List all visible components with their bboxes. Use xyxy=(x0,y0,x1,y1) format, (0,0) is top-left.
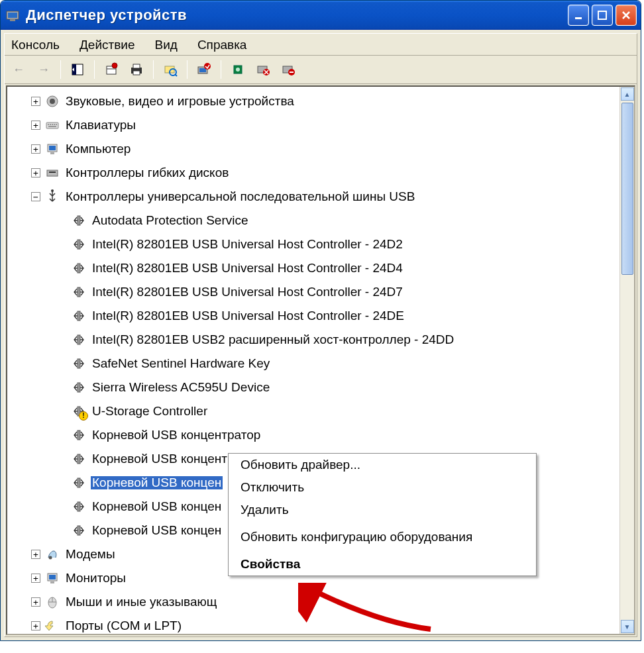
tree-item[interactable]: Sierra Wireless AC595U Device xyxy=(7,376,619,399)
svg-rect-40 xyxy=(78,359,80,368)
tree-item[interactable]: +Контроллеры гибких дисков xyxy=(7,161,619,185)
svg-rect-11 xyxy=(133,64,140,68)
expand-icon[interactable]: + xyxy=(31,121,40,130)
tree-item-label: Мыши и иные указывающ xyxy=(64,595,218,609)
usb-device-icon xyxy=(71,284,87,300)
svg-rect-31 xyxy=(47,170,58,176)
port-icon xyxy=(44,618,60,634)
maximize-button[interactable] xyxy=(592,5,613,26)
context-menu-item[interactable]: Удалить xyxy=(229,499,536,521)
tree-item-label: Мониторы xyxy=(64,572,127,585)
expand-icon[interactable]: + xyxy=(31,144,40,154)
svg-rect-27 xyxy=(46,123,58,128)
usb-device-icon xyxy=(71,523,87,538)
expand-icon[interactable]: + xyxy=(31,97,40,106)
collapse-icon[interactable]: − xyxy=(31,192,40,201)
show-hide-tree-button[interactable] xyxy=(68,60,87,79)
expand-icon[interactable]: + xyxy=(31,550,40,559)
usb-device-icon xyxy=(71,427,87,443)
properties-button[interactable] xyxy=(101,60,121,79)
tree-item[interactable]: U-Storage Controller xyxy=(7,399,619,423)
tree-item[interactable]: +Клавиатуры xyxy=(7,113,619,137)
tree-item[interactable]: +Компьютер xyxy=(7,137,619,161)
menu-view[interactable]: Вид xyxy=(152,36,180,54)
menu-action[interactable]: Действие xyxy=(77,36,138,54)
svg-rect-34 xyxy=(78,216,80,225)
expand-icon[interactable]: + xyxy=(31,621,40,630)
context-menu: Обновить драйвер...ОтключитьУдалитьОбнов… xyxy=(228,453,537,576)
update-driver-button[interactable] xyxy=(194,60,214,79)
uninstall-button[interactable] xyxy=(228,60,248,79)
toolbar-separator xyxy=(60,60,61,79)
context-menu-item[interactable]: Обновить драйвер... xyxy=(229,454,536,476)
svg-rect-42 xyxy=(78,407,80,416)
scroll-up-button[interactable]: ▲ xyxy=(621,87,634,101)
scroll-thumb[interactable] xyxy=(621,103,633,275)
scan-hardware-button[interactable] xyxy=(160,60,180,79)
tree-item-label: Intel(R) 82801EB USB2 расширенный хост-к… xyxy=(91,333,455,346)
back-button[interactable]: ← xyxy=(9,60,28,79)
tree-item-label: Порты (COM и LPT) xyxy=(64,619,183,632)
mouse-icon xyxy=(44,594,60,610)
tree-item[interactable]: +Порты (COM и LPT) xyxy=(7,614,619,634)
expand-icon[interactable]: + xyxy=(31,597,40,607)
tree-item-label: Intel(R) 82801EB USB Universal Host Cont… xyxy=(91,309,405,323)
svg-rect-30 xyxy=(50,152,54,154)
tree-item[interactable]: Корневой USB концентратор xyxy=(7,423,619,447)
svg-point-9 xyxy=(112,63,117,68)
window-title: Диспетчер устройств xyxy=(26,7,568,24)
tree-item[interactable]: Intel(R) 82801EB USB Universal Host Cont… xyxy=(7,280,619,304)
tree-item[interactable]: Intel(R) 82801EB USB Universal Host Cont… xyxy=(7,304,619,328)
monitor-icon xyxy=(44,570,60,586)
tree-item-label: Корневой USB концентратор xyxy=(91,428,262,442)
close-button[interactable] xyxy=(616,5,637,26)
usb-device-icon xyxy=(71,308,87,324)
tree-item[interactable]: Intel(R) 82801EB USB Universal Host Cont… xyxy=(7,232,619,256)
context-menu-item[interactable]: Отключить xyxy=(229,476,536,499)
usb-device-icon xyxy=(71,475,87,491)
svg-rect-3 xyxy=(575,17,582,19)
modem-icon xyxy=(44,546,60,562)
tree-item-label: Контроллеры универсальной последовательн… xyxy=(64,190,416,203)
enable-button[interactable] xyxy=(278,60,298,79)
svg-rect-24 xyxy=(290,72,294,73)
context-menu-separator xyxy=(230,550,535,551)
expand-icon[interactable]: + xyxy=(31,168,40,177)
vertical-scrollbar[interactable]: ▲ ▼ xyxy=(619,87,634,634)
tree-item-label: Intel(R) 82801EB USB Universal Host Cont… xyxy=(91,262,404,275)
svg-rect-44 xyxy=(78,454,80,464)
print-button[interactable] xyxy=(127,60,146,79)
menu-help[interactable]: Справка xyxy=(195,36,250,54)
context-menu-item[interactable]: Свойства xyxy=(229,553,536,576)
tree-item[interactable]: Intel(R) 82801EB USB2 расширенный хост-к… xyxy=(7,328,619,352)
context-menu-item[interactable]: Обновить конфигурацию оборудования xyxy=(229,526,536,548)
titlebar[interactable]: Диспетчер устройств xyxy=(1,1,641,30)
computer-icon xyxy=(44,141,60,157)
expand-icon[interactable]: + xyxy=(31,574,40,583)
svg-rect-45 xyxy=(78,478,80,487)
tree-item[interactable]: −Контроллеры универсальной последователь… xyxy=(7,185,619,209)
scroll-down-button[interactable]: ▼ xyxy=(621,620,634,633)
usb-device-icon xyxy=(71,451,87,467)
tree-item-label: Intel(R) 82801EB USB Universal Host Cont… xyxy=(91,238,404,251)
tree-item[interactable]: Intel(R) 82801EB USB Universal Host Cont… xyxy=(7,256,619,280)
svg-point-26 xyxy=(50,99,55,104)
tree-item-label: Корневой USB концен xyxy=(91,524,223,537)
minimize-button[interactable] xyxy=(568,5,589,26)
forward-button[interactable]: → xyxy=(34,60,54,79)
svg-rect-12 xyxy=(133,71,140,75)
tree-item[interactable]: Autodata Protection Service xyxy=(7,209,619,232)
tree-item[interactable]: SafeNet Sentinel Hardware Key xyxy=(7,352,619,376)
svg-rect-35 xyxy=(78,240,80,249)
menu-console[interactable]: Консоль xyxy=(9,36,62,54)
toolbar-separator xyxy=(221,60,221,79)
tree-item[interactable]: +Мыши и иные указывающ xyxy=(7,590,619,614)
svg-rect-46 xyxy=(78,502,80,511)
disable-button[interactable] xyxy=(253,60,273,79)
tree-item-label: Корневой USB концен xyxy=(91,500,223,513)
usb-device-icon xyxy=(71,332,87,348)
tree-item[interactable]: +Звуковые, видео и игровые устройства xyxy=(7,89,619,113)
tree-item-label: U-Storage Controller xyxy=(91,405,209,418)
usb-device-icon xyxy=(71,236,87,252)
toolbar-separator xyxy=(94,60,95,79)
